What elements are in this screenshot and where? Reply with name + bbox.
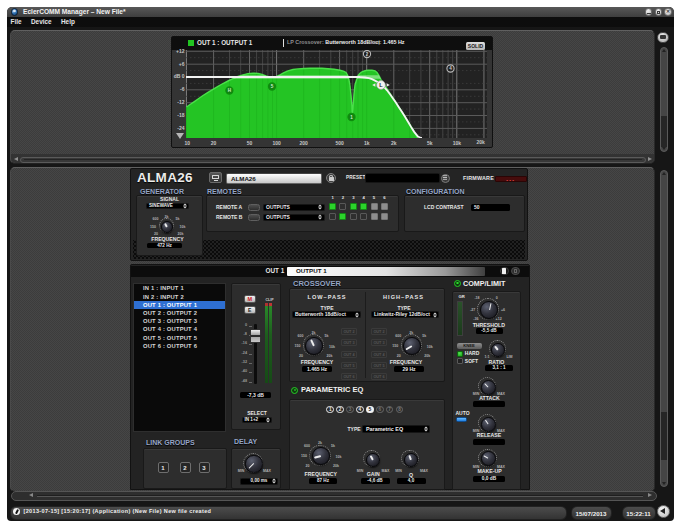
svg-text:1: 1 [350,115,353,120]
svg-text:4: 4 [449,66,452,71]
svg-text:5: 5 [271,84,274,89]
svg-text:2: 2 [366,52,369,57]
